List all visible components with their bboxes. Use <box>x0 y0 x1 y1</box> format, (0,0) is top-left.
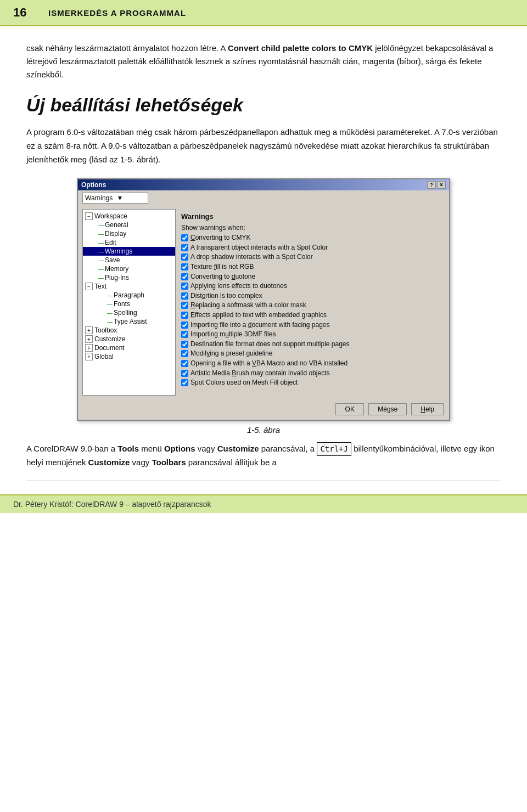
warning-duotone-checkbox[interactable] <box>181 273 188 280</box>
tree-line-edit: — <box>98 240 104 246</box>
warning-texture-label: Texture fill is not RGB <box>190 263 254 272</box>
tree-line-general: — <box>98 222 104 228</box>
bottom-customize2: Customize <box>88 458 130 467</box>
warning-dest-format-label: Destination file format does not support… <box>190 340 350 349</box>
warning-dest-format-checkbox[interactable] <box>181 341 188 348</box>
ok-button[interactable]: OK <box>335 403 364 415</box>
dialog-titlebar: Options ? ✕ <box>78 179 449 190</box>
warning-transparent-label: A transparent object interacts with a Sp… <box>190 244 328 252</box>
warning-cmyk-checkbox[interactable] <box>181 234 188 241</box>
expand-customize-icon[interactable]: + <box>85 335 93 343</box>
warning-duotone-label: Converting to duotone <box>190 273 255 281</box>
tree-label-plugins: Plug-Ins <box>105 274 129 281</box>
tree-label-fonts: Fonts <box>114 300 130 308</box>
dialog-title: Options <box>81 181 106 189</box>
tree-label-edit: Edit <box>105 239 116 246</box>
warning-spot-mesh-checkbox[interactable] <box>181 379 188 386</box>
warning-import-facing-checkbox[interactable] <box>181 322 188 329</box>
warning-vba: Opening a file with a VBA Macro and no V… <box>181 359 439 368</box>
tree-item-text[interactable]: − Text <box>83 282 175 291</box>
expand-document-icon[interactable]: + <box>85 344 93 352</box>
tree-line-plugins: — <box>98 275 104 281</box>
warning-transparent-checkbox[interactable] <box>181 244 188 251</box>
dialog-help-button[interactable]: ? <box>427 181 436 189</box>
warning-distortion: Distortion is too complex <box>181 292 439 301</box>
tree-label-global: Global <box>94 353 114 360</box>
tree-item-toolbox[interactable]: + Toolbox <box>83 326 175 335</box>
tree-label-memory: Memory <box>105 265 128 273</box>
tree-item-warnings[interactable]: — Warnings <box>83 247 175 256</box>
bottom-tools: Tools <box>117 444 139 453</box>
warning-texture-checkbox[interactable] <box>181 263 188 270</box>
warning-dropshadow: A drop shadow interacts with a Spot Colo… <box>181 253 439 262</box>
intro-paragraph: csak néhány leszármaztatott árnyalatot h… <box>26 42 501 81</box>
tree-item-fonts[interactable]: — Fonts <box>83 300 175 308</box>
bottom-text6: vagy <box>130 458 152 467</box>
expand-toolbox-icon[interactable]: + <box>85 326 93 334</box>
warning-softmask-checkbox[interactable] <box>181 302 188 309</box>
bottom-customize: Customize <box>217 444 259 453</box>
tree-line-display: — <box>98 231 104 237</box>
tree-label-text: Text <box>94 283 106 290</box>
tree-line-paragraph: — <box>107 292 113 298</box>
warning-effects: Effects applied to text with embedded gr… <box>181 311 439 320</box>
warning-duotone: Converting to duotone <box>181 273 439 281</box>
tree-item-memory[interactable]: — Memory <box>83 264 175 273</box>
tree-item-general[interactable]: — General <box>83 221 175 229</box>
page-number: 16 <box>13 5 35 20</box>
warning-texture: Texture fill is not RGB <box>181 263 439 272</box>
tree-item-customize[interactable]: + Customize <box>83 335 175 343</box>
warning-import-facing-label: Importing file into a document with faci… <box>190 321 330 330</box>
tree-line-spelling: — <box>107 310 113 316</box>
warning-import-3dmf-checkbox[interactable] <box>181 331 188 338</box>
dialog-top-bar: Warnings ▼ <box>78 190 449 205</box>
warning-preset-checkbox[interactable] <box>181 350 188 357</box>
warning-cmyk-label: Converting to CMYK <box>190 234 250 243</box>
footer-bar: Dr. Pétery Kristóf: CorelDRAW 9 – alapve… <box>0 494 527 513</box>
warning-softmask-label: Replacing a softmask with a color mask <box>190 301 306 310</box>
warning-distortion-label: Distortion is too complex <box>190 292 262 301</box>
tree-item-spelling[interactable]: — Spelling <box>83 308 175 317</box>
tree-item-save[interactable]: — Save <box>83 256 175 264</box>
tree-line-warnings: — <box>98 249 104 255</box>
tree-item-workspace[interactable]: − Workspace <box>83 212 175 221</box>
dialog-body: − Workspace — General — Display — Edit <box>78 205 449 400</box>
warning-distortion-checkbox[interactable] <box>181 292 188 300</box>
bottom-toolbars: Toolbars <box>152 458 186 467</box>
tree-label-spelling: Spelling <box>114 309 137 317</box>
warning-dropshadow-checkbox[interactable] <box>181 253 188 261</box>
expand-global-icon[interactable]: + <box>85 353 93 360</box>
warning-lens: Applying lens effects to duotones <box>181 282 439 291</box>
tree-item-edit[interactable]: — Edit <box>83 238 175 247</box>
expand-workspace-icon[interactable]: − <box>85 212 93 220</box>
cancel-button[interactable]: Mégse <box>368 403 407 415</box>
warning-lens-checkbox[interactable] <box>181 283 188 290</box>
bottom-text2: menü <box>139 444 164 453</box>
tree-label-save: Save <box>105 256 120 264</box>
warning-spot-mesh-label: Spot Colors used on Mesh Fill object <box>190 379 298 387</box>
help-button[interactable]: Help <box>411 403 444 415</box>
tree-item-paragraph[interactable]: — Paragraph <box>83 291 175 300</box>
tree-item-typeassist[interactable]: — Type Assist <box>83 317 175 326</box>
warning-lens-label: Applying lens effects to duotones <box>190 282 287 291</box>
tree-line-memory: — <box>98 266 104 272</box>
warning-effects-checkbox[interactable] <box>181 312 188 319</box>
tree-label-display: Display <box>105 230 126 238</box>
tree-item-global[interactable]: + Global <box>83 352 175 361</box>
main-content: csak néhány leszármaztatott árnyalatot h… <box>0 26 527 481</box>
dialog-dropdown[interactable]: Warnings ▼ <box>82 193 148 204</box>
expand-text-icon[interactable]: − <box>85 283 93 290</box>
dialog-close-button[interactable]: ✕ <box>437 181 446 189</box>
warning-artistic-media-checkbox[interactable] <box>181 370 188 377</box>
warning-vba-checkbox[interactable] <box>181 360 188 367</box>
tree-item-document[interactable]: + Document <box>83 343 175 352</box>
section-heading: Új beállítási lehetőségek <box>26 94 501 116</box>
tree-item-plugins[interactable]: — Plug-Ins <box>83 273 175 282</box>
footer-divider <box>26 481 501 481</box>
dialog-footer: OK Mégse Help <box>78 400 449 420</box>
tree-item-display[interactable]: — Display <box>83 229 175 238</box>
footer-text: Dr. Pétery Kristóf: CorelDRAW 9 – alapve… <box>13 500 211 509</box>
kbd-ctrl-j: Ctrl+J <box>317 442 351 456</box>
tree-line-fonts: — <box>107 301 113 307</box>
tree-label-warnings: Warnings <box>105 247 132 255</box>
